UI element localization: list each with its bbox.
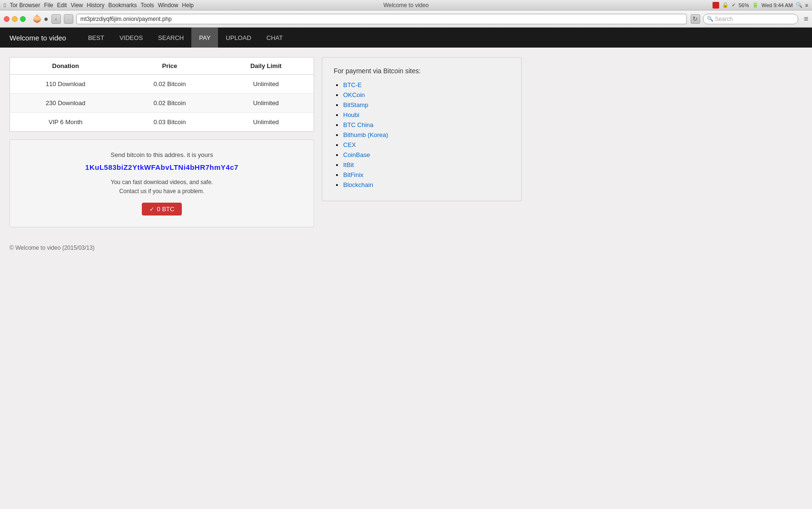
- site-nav: Welcome to video BEST VIDEOS SEARCH PAY …: [0, 28, 812, 48]
- help-menu[interactable]: Help: [182, 2, 194, 9]
- bookmarks-menu[interactable]: Bookmarks: [109, 2, 137, 9]
- list-item: Bithumb (Korea): [343, 131, 510, 138]
- site-logo: Welcome to video: [10, 34, 66, 42]
- btc-payment-box: Send bitcoin to this addres. it is yours…: [10, 139, 314, 227]
- row3-limit: Unlimited: [218, 113, 314, 132]
- search-icon[interactable]: 🔍: [796, 2, 802, 8]
- list-item: ItBit: [343, 161, 510, 168]
- tor-shield-icon: 🧅: [32, 14, 42, 23]
- nav-upload[interactable]: UPLOAD: [218, 28, 258, 48]
- row1-price: 0.02 Bitcoin: [121, 75, 218, 94]
- list-item: CoinBase: [343, 151, 510, 158]
- btc-address: 1KuL583biZ2YtkWFAbvLTNi4bHR7hmY4c7: [20, 163, 304, 171]
- blockchain-link[interactable]: Blockchain: [343, 181, 373, 188]
- row2-price: 0.02 Bitcoin: [121, 94, 218, 113]
- back-button[interactable]: ‹: [51, 14, 61, 24]
- btc-instruction: Send bitcoin to this addres. it is yours: [20, 151, 304, 158]
- nav-search[interactable]: SEARCH: [150, 28, 191, 48]
- hamburger-icon[interactable]: ≡: [804, 15, 808, 23]
- left-panel: Donation Price Daily Limit 110 Download …: [10, 57, 314, 227]
- row3-donation: VIP 6 Month: [10, 113, 121, 132]
- col-header-price: Price: [121, 58, 218, 75]
- list-item: OKCoin: [343, 91, 510, 98]
- itbit-link[interactable]: ItBit: [343, 161, 354, 168]
- row3-price: 0.03 Bitcoin: [121, 113, 218, 132]
- row2-limit: Unlimited: [218, 94, 314, 113]
- security-dot: ●: [44, 15, 49, 23]
- file-menu[interactable]: File: [44, 2, 53, 9]
- cex-link[interactable]: CEX: [343, 141, 356, 148]
- row2-donation: 230 Download: [10, 94, 121, 113]
- btce-link[interactable]: BTC-E: [343, 81, 362, 88]
- okcoin-link[interactable]: OKCoin: [343, 91, 365, 98]
- btc-button[interactable]: ✓ 0 BTC: [142, 203, 182, 215]
- battery-percent: 56%: [739, 2, 749, 8]
- traffic-lights: [4, 16, 26, 22]
- bitcoin-sites-list: BTC-E OKCoin BitStamp Houbi BTC China Bi…: [334, 81, 510, 188]
- bitstamp-link[interactable]: BitStamp: [343, 101, 368, 108]
- row1-limit: Unlimited: [218, 75, 314, 94]
- search-wrapper: 🔍 Search: [703, 14, 798, 24]
- nav-chat[interactable]: CHAT: [259, 28, 290, 48]
- btc-note-line2: Contact us if you have a problem.: [119, 188, 205, 195]
- btc-note-line1: You can fast download videos, and safe.: [111, 179, 213, 186]
- window-menu[interactable]: Window: [158, 2, 178, 9]
- minimize-button[interactable]: [12, 16, 18, 22]
- list-item: BitFinix: [343, 171, 510, 178]
- edit-menu[interactable]: Edit: [57, 2, 67, 9]
- list-item: BTC-E: [343, 81, 510, 88]
- tor-browser-menu[interactable]: Tor Browser: [10, 2, 40, 9]
- tools-menu[interactable]: Tools: [141, 2, 154, 9]
- titlebar-right: 🔒 ✓ 56% 🔋 Wed 9:44 AM 🔍 ≡: [713, 2, 808, 9]
- bitfinix-link[interactable]: BitFinix: [343, 171, 364, 178]
- price-table: Donation Price Daily Limit 110 Download …: [10, 57, 314, 132]
- titlebar-left:  Tor Browser File Edit View History Boo…: [4, 2, 194, 9]
- houbi-link[interactable]: Houbi: [343, 111, 359, 118]
- forward-button[interactable]: ›: [64, 14, 73, 24]
- apple-menu[interactable]: : [4, 2, 6, 9]
- battery-icon: 🔋: [752, 2, 759, 8]
- table-row: 230 Download 0.02 Bitcoin Unlimited: [10, 94, 314, 113]
- url-text: mt3pirzdiyqf6jim.onion/payment.php: [80, 16, 172, 22]
- row1-donation: 110 Download: [10, 75, 121, 94]
- list-item: CEX: [343, 141, 510, 148]
- maximize-button[interactable]: [20, 16, 26, 22]
- coinbase-link[interactable]: CoinBase: [343, 151, 370, 158]
- list-icon[interactable]: ≡: [805, 2, 808, 8]
- btc-note: You can fast download videos, and safe. …: [20, 178, 304, 196]
- footer-text: © Welcome to video (2015/03/13): [10, 245, 95, 251]
- table-row: 110 Download 0.02 Bitcoin Unlimited: [10, 75, 314, 94]
- search-input[interactable]: Search: [703, 14, 798, 24]
- nav-pay[interactable]: PAY: [191, 28, 218, 48]
- browser-toolbar: 🧅 ● ‹ › mt3pirzdiyqf6jim.onion/payment.p…: [0, 10, 812, 28]
- col-header-donation: Donation: [10, 58, 121, 75]
- status-icon: [713, 2, 719, 9]
- btc-button-label: 0 BTC: [157, 206, 175, 213]
- check-icon: ✓: [732, 2, 736, 8]
- table-row: VIP 6 Month 0.03 Bitcoin Unlimited: [10, 113, 314, 132]
- history-menu[interactable]: History: [87, 2, 104, 9]
- list-item: Blockchain: [343, 181, 510, 188]
- right-panel: For payment via Bitcoin sites: BTC-E OKC…: [322, 57, 522, 201]
- close-button[interactable]: [4, 16, 10, 22]
- sidebar-title: For payment via Bitcoin sites:: [334, 67, 510, 75]
- nav-videos[interactable]: VIDEOS: [112, 28, 150, 48]
- checkmark-icon: ✓: [149, 206, 154, 213]
- nav-best[interactable]: BEST: [80, 28, 112, 48]
- window-title: Welcome to video: [383, 2, 428, 9]
- main-content: Donation Price Daily Limit 110 Download …: [0, 48, 812, 237]
- footer: © Welcome to video (2015/03/13): [0, 237, 812, 270]
- datetime: Wed 9:44 AM: [762, 2, 793, 8]
- view-menu[interactable]: View: [70, 2, 83, 9]
- titlebar:  Tor Browser File Edit View History Boo…: [0, 0, 812, 10]
- list-item: BTC China: [343, 121, 510, 128]
- reload-button[interactable]: ↻: [691, 14, 700, 24]
- bithumb-link[interactable]: Bithumb (Korea): [343, 131, 388, 138]
- address-bar[interactable]: mt3pirzdiyqf6jim.onion/payment.php: [76, 14, 687, 24]
- search-icon: 🔍: [707, 16, 713, 22]
- list-item: Houbi: [343, 111, 510, 118]
- btcchina-link[interactable]: BTC China: [343, 121, 374, 128]
- tor-status: 🔒: [722, 2, 729, 8]
- col-header-limit: Daily Limit: [218, 58, 314, 75]
- list-item: BitStamp: [343, 101, 510, 108]
